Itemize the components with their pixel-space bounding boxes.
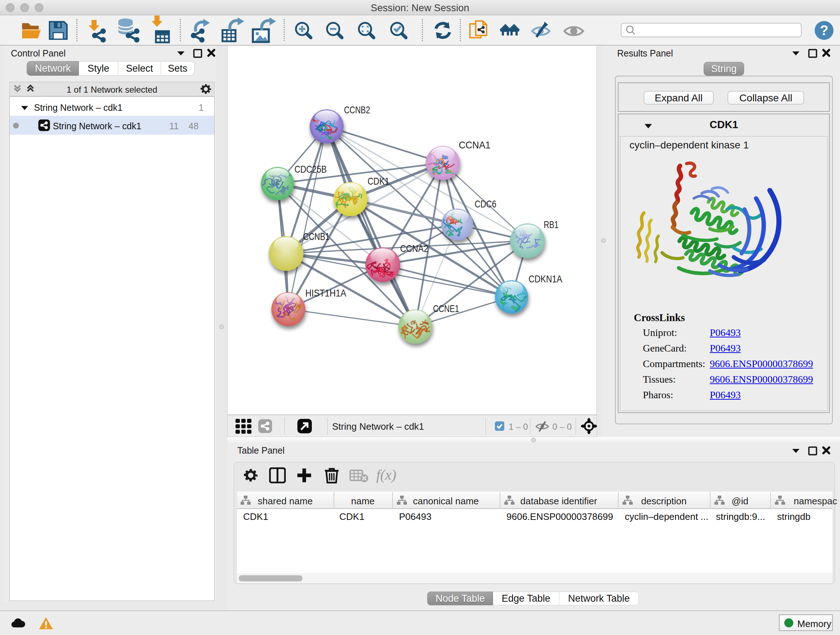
svg-text:CDC25B: CDC25B	[294, 164, 327, 175]
svg-text:CDK1: CDK1	[368, 176, 389, 187]
svg-text:CDKN1A: CDKN1A	[529, 273, 562, 285]
svg-text:CCNB2: CCNB2	[344, 104, 370, 116]
svg-text:CCNE1: CCNE1	[433, 303, 459, 314]
svg-text:?: ?	[820, 23, 828, 38]
svg-text:RB1: RB1	[544, 219, 559, 230]
svg-text:CCNA1: CCNA1	[459, 139, 491, 150]
svg-text:CCNA2: CCNA2	[400, 243, 428, 254]
svg-text:CDC6: CDC6	[475, 198, 496, 210]
svg-text:HIST1H1A: HIST1H1A	[305, 287, 346, 299]
svg-text:CCNB1: CCNB1	[303, 231, 330, 242]
